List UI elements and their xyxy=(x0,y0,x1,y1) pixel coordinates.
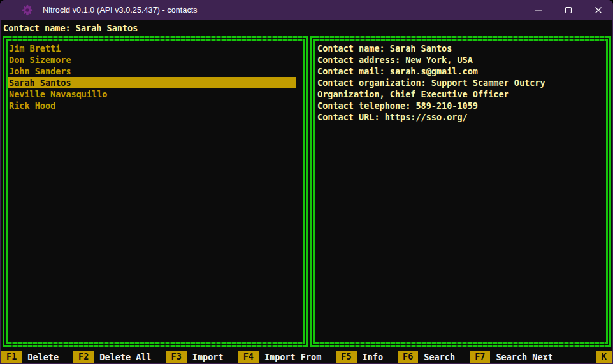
statusbar-key-f2[interactable]: F2 Delete All xyxy=(73,351,166,363)
f7-key-badge: F7 xyxy=(470,351,490,363)
f7-key-label: Search Next xyxy=(490,352,558,362)
statusbar-key-f3[interactable]: F3 Import xyxy=(166,351,238,363)
contact-row[interactable]: Sarah Santos xyxy=(8,77,296,88)
contact-row[interactable]: Don Sizemore xyxy=(8,54,303,66)
f1-key-badge: F1 xyxy=(1,351,22,363)
close-icon xyxy=(595,6,602,14)
maximize-icon xyxy=(565,6,572,14)
window-title: Nitrocid v0.1.0 (API v3.0.25.437) - cont… xyxy=(43,6,198,15)
f2-key-badge: F2 xyxy=(73,351,94,363)
minimize-icon xyxy=(535,6,542,14)
contact-detail-line: Contact address: New York, USA xyxy=(317,54,605,66)
statusbar-key-f1[interactable]: F1 Delete xyxy=(1,351,73,363)
f5-key-badge: F5 xyxy=(336,351,356,363)
window-controls xyxy=(523,0,613,20)
contact-detail-line: Contact organization: Support Scammer Ou… xyxy=(317,77,605,88)
minimize-button[interactable] xyxy=(523,0,553,20)
contact-name-header: Contact name: Sarah Santos xyxy=(0,20,613,36)
f4-key-label: Import From xyxy=(259,352,327,362)
contact-list-panel: Jim Bretti Don Sizemore John Sanders Sar… xyxy=(3,36,308,347)
statusbar-key-f4[interactable]: F4 Import From xyxy=(238,351,336,363)
contact-row[interactable]: Neville Navasquillo xyxy=(8,88,303,100)
nitrocid-logo-icon xyxy=(22,4,33,16)
contact-detail-line: Contact mail: sarah.s@gmail.com xyxy=(317,66,605,77)
terminal-window: Nitrocid v0.1.0 (API v3.0.25.437) - cont… xyxy=(0,0,613,364)
contact-row[interactable]: Rick Hood xyxy=(8,100,303,111)
statusbar-key-f7[interactable]: F7 Search Next xyxy=(470,351,568,363)
f1-key-label: Delete xyxy=(22,352,64,362)
title-bar: Nitrocid v0.1.0 (API v3.0.25.437) - cont… xyxy=(0,0,613,20)
panels-area: Jim Bretti Don Sizemore John Sanders Sar… xyxy=(3,36,611,347)
f3-key-badge: F3 xyxy=(166,351,187,363)
maximize-button[interactable] xyxy=(553,0,583,20)
contact-row[interactable]: John Sanders xyxy=(8,66,303,77)
contact-row[interactable]: Jim Bretti xyxy=(8,43,303,54)
contact-detail-line: Contact URL: https://sso.org/ xyxy=(317,111,605,123)
f6-key-label: Search xyxy=(418,352,461,362)
contact-detail-line: Contact name: Sarah Santos xyxy=(317,43,605,54)
contact-detail-line: Organization, Chief Executive Officer xyxy=(317,88,605,100)
f3-key-label: Import xyxy=(187,352,229,362)
f6-key-badge: F6 xyxy=(398,351,418,363)
status-bar: F1 Delete F2 Delete All F3 Import F4 Imp… xyxy=(1,351,612,363)
contact-list: Jim Bretti Don Sizemore John Sanders Sar… xyxy=(8,41,303,111)
f2-key-label: Delete All xyxy=(94,352,157,362)
k-key-badge: K xyxy=(596,351,612,363)
statusbar-key-k[interactable]: K xyxy=(596,351,612,363)
close-button[interactable] xyxy=(583,0,613,20)
contact-details-panel: Contact name: Sarah Santos Contact addre… xyxy=(310,36,611,347)
statusbar-key-f6[interactable]: F6 Search xyxy=(398,351,470,363)
f5-key-label: Info xyxy=(357,352,389,362)
f4-key-badge: F4 xyxy=(238,351,259,363)
contact-details: Contact name: Sarah Santos Contact addre… xyxy=(315,41,606,123)
statusbar-key-f5[interactable]: F5 Info xyxy=(336,351,398,363)
contact-detail-line: Contact telephone: 589-210-1059 xyxy=(317,100,605,111)
